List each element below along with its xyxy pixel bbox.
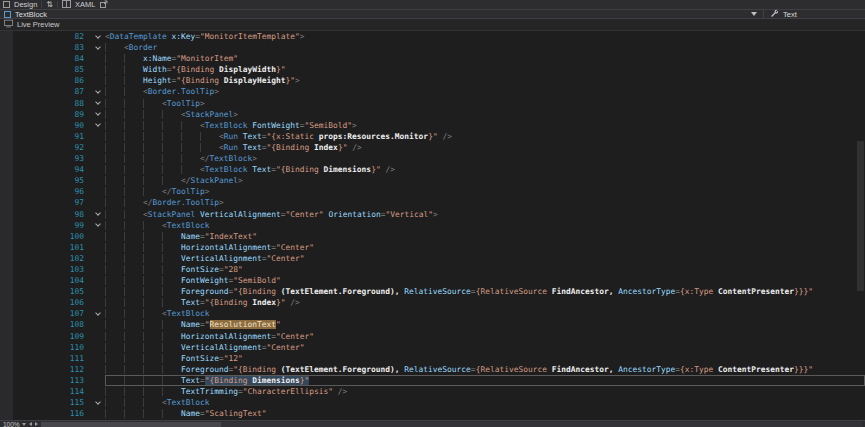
code-text: FontSize="12" [105, 353, 865, 364]
line-number: 103 [0, 264, 90, 275]
element-breadcrumb[interactable]: TextBlock [0, 10, 763, 18]
code-line[interactable]: 115 <TextBlock [0, 397, 865, 408]
code-line[interactable]: 98 <StackPanel VerticalAlignment="Center… [0, 209, 865, 220]
code-line[interactable]: 107 <TextBlock [0, 308, 865, 319]
code-line[interactable]: 104 FontWeight="SemiBold" [0, 275, 865, 286]
fold-chevron-icon[interactable] [90, 220, 105, 231]
separator [41, 1, 42, 8]
fold-gutter [90, 53, 105, 64]
code-line[interactable]: 112 Foreground="{Binding (TextElement.Fo… [0, 364, 865, 375]
code-editor[interactable]: 82<DataTemplate x:Key="MonitorItemTempla… [0, 31, 865, 427]
fold-chevron-icon[interactable] [90, 209, 105, 220]
code-line[interactable]: 84 x:Name="MonitorItem" [0, 53, 865, 64]
chevron-down-icon[interactable] [751, 12, 757, 16]
line-number: 105 [0, 286, 90, 297]
fold-gutter [90, 342, 105, 353]
line-number: 94 [0, 164, 90, 175]
code-line[interactable]: 116 Name="ScalingText" [0, 408, 865, 419]
vertical-scrollbar-thumb[interactable] [857, 141, 864, 291]
fold-chevron-icon[interactable] [90, 31, 105, 42]
scroll-right-button[interactable] [35, 422, 38, 426]
code-line[interactable]: 106 Text="{Binding Index}" /> [0, 297, 865, 308]
code-text: </ToolTip> [105, 186, 865, 197]
code-line[interactable]: 111 FontSize="12" [0, 353, 865, 364]
code-line[interactable]: 85 Width="{Binding DisplayWidth}" [0, 64, 865, 75]
xaml-editor-window: Design ⇅ XAML TextBlock Text Live Previe… [0, 0, 865, 427]
fold-chevron-icon[interactable] [90, 308, 105, 319]
xaml-tab[interactable]: XAML [75, 0, 95, 9]
fold-chevron-icon[interactable] [90, 86, 105, 97]
zoom-level: 100% [3, 421, 20, 427]
code-line[interactable]: 110 VerticalAlignment="Center" [0, 342, 865, 353]
code-line[interactable]: 88 <ToolTip> [0, 98, 865, 109]
live-preview-label[interactable]: Live Preview [17, 20, 60, 29]
code-line[interactable]: 99 <TextBlock [0, 220, 865, 231]
horizontal-scrollbar-thumb[interactable] [41, 422, 221, 427]
code-line[interactable]: 109 HorizontalAlignment="Center" [0, 331, 865, 342]
code-line[interactable]: 91 <Run Text="{x:Static props:Resources.… [0, 131, 865, 142]
line-number: 114 [0, 386, 90, 397]
code-text: VerticalAlignment="Center" [105, 253, 865, 264]
design-tab[interactable]: Design [14, 0, 37, 9]
fold-gutter [90, 64, 105, 75]
code-text: <Run Text="{Binding Index}" /> [105, 142, 865, 153]
scroll-left-button[interactable] [29, 422, 32, 426]
code-text: x:Name="MonitorItem" [105, 53, 865, 64]
fold-chevron-icon[interactable] [90, 397, 105, 408]
fold-gutter [90, 164, 105, 175]
fold-gutter [90, 153, 105, 164]
fold-gutter [90, 331, 105, 342]
breadcrumb-bar: TextBlock Text [0, 10, 865, 19]
code-line[interactable]: 89 <StackPanel> [0, 109, 865, 120]
fold-gutter [90, 408, 105, 419]
code-line[interactable]: 90 <TextBlock FontWeight="SemiBold"> [0, 120, 865, 131]
element-icon [4, 11, 11, 18]
line-number: 112 [0, 364, 90, 375]
code-text: VerticalAlignment="Center" [105, 342, 865, 353]
code-line[interactable]: 87 <Border.ToolTip> [0, 86, 865, 97]
code-line[interactable]: 103 FontSize="28" [0, 264, 865, 275]
fold-chevron-icon[interactable] [90, 120, 105, 131]
code-text: </TextBlock> [105, 153, 865, 164]
code-line[interactable]: 102 VerticalAlignment="Center" [0, 253, 865, 264]
horizontal-scrollbar[interactable] [41, 422, 862, 427]
line-number: 102 [0, 253, 90, 264]
code-line[interactable]: 86 Height="{Binding DisplayHeight}"> [0, 75, 865, 86]
code-text: Name="ResolutionText" [105, 319, 865, 330]
code-line[interactable]: 92 <Run Text="{Binding Index}" /> [0, 142, 865, 153]
code-line[interactable]: 108 Name="ResolutionText" [0, 319, 865, 330]
code-line[interactable]: 100 Name="IndexText" [0, 231, 865, 242]
code-line[interactable]: 105 Foreground="{Binding (TextElement.Fo… [0, 286, 865, 297]
code-text: <StackPanel VerticalAlignment="Center" O… [105, 209, 865, 220]
code-line[interactable]: 113 Text="{Binding Dimensions}" [0, 375, 865, 386]
property-breadcrumb[interactable]: Text [763, 10, 865, 18]
code-text: FontSize="28" [105, 264, 865, 275]
line-number: 88 [0, 98, 90, 109]
code-line[interactable]: 94 <TextBlock Text="{Binding Dimensions}… [0, 164, 865, 175]
code-text: </Border.ToolTip> [105, 197, 865, 208]
code-line[interactable]: 82<DataTemplate x:Key="MonitorItemTempla… [0, 31, 865, 42]
zoom-control[interactable]: 100% [3, 421, 26, 427]
line-number: 82 [0, 31, 90, 42]
code-line[interactable]: 95 </StackPanel> [0, 175, 865, 186]
code-text: FontWeight="SemiBold" [105, 275, 865, 286]
code-text: <Border.ToolTip> [105, 86, 865, 97]
line-number: 99 [0, 220, 90, 231]
fold-chevron-icon[interactable] [90, 42, 105, 53]
line-number: 115 [0, 397, 90, 408]
code-line[interactable]: 97 </Border.ToolTip> [0, 197, 865, 208]
swap-panes-icon[interactable]: ⇅ [46, 1, 53, 9]
code-line[interactable]: 114 TextTrimming="CharacterEllipsis" /> [0, 386, 865, 397]
fold-chevron-icon[interactable] [90, 109, 105, 120]
code-text: Name="ScalingText" [105, 408, 865, 419]
line-number: 83 [0, 42, 90, 53]
fold-chevron-icon[interactable] [90, 98, 105, 109]
line-number: 104 [0, 275, 90, 286]
code-line[interactable]: 101 HorizontalAlignment="Center" [0, 242, 865, 253]
popout-icon[interactable] [100, 0, 108, 10]
fold-gutter [90, 175, 105, 186]
fold-gutter [90, 364, 105, 375]
code-line[interactable]: 83 <Border [0, 42, 865, 53]
code-line[interactable]: 93 </TextBlock> [0, 153, 865, 164]
code-line[interactable]: 96 </ToolTip> [0, 186, 865, 197]
